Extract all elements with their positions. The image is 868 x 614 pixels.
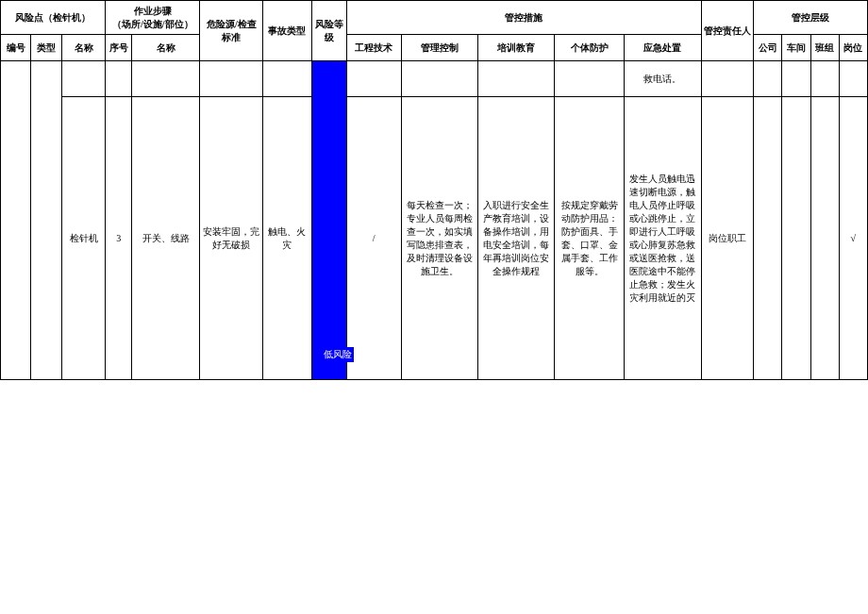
sh-lx: 类型	[31, 35, 61, 61]
d-bzu	[810, 97, 839, 380]
sh-bzu: 班组	[810, 35, 839, 61]
d-mc: 检针机	[61, 97, 105, 380]
h-responsible: 管控责任人	[701, 1, 754, 61]
c-gt	[555, 61, 625, 97]
c-lx	[31, 61, 61, 380]
c-bh	[1, 61, 31, 380]
sh-xh: 序号	[106, 35, 132, 61]
d-gw: √	[839, 97, 867, 380]
c-bzu	[810, 61, 839, 97]
h-accident: 事故类型	[263, 1, 311, 61]
h-hazard: 危险源/检查标准	[200, 1, 263, 61]
sh-gs: 公司	[754, 35, 782, 61]
c-gw	[839, 61, 867, 97]
cont-row: 救电话。	[1, 61, 868, 97]
h-control-level: 管控层级	[754, 1, 868, 35]
sh-gw: 岗位	[839, 35, 867, 61]
sh-bh: 编号	[1, 35, 31, 61]
d-gc: /	[346, 97, 401, 380]
header-row-1: 风险点（检针机） 作业步骤 （场所/设施/部位） 危险源/检查标准 事故类型 风…	[1, 1, 868, 35]
risk-level-label: 低风险	[322, 347, 354, 362]
c-sg	[263, 61, 311, 97]
d-px: 入职进行安全生产教育培训，设备操作培训，用电安全培训，每年再培训岗位安全操作规程	[477, 97, 554, 380]
c-fx	[311, 61, 346, 380]
d-zr: 岗位职工	[701, 97, 754, 380]
sh-yj: 应急处置	[625, 35, 701, 61]
d-gt: 按规定穿戴劳动防护用品：防护面具、手套、口罩、金属手套、工作服等。	[555, 97, 625, 380]
sh-px: 培训教育	[477, 35, 554, 61]
sh-cj: 车间	[782, 35, 810, 61]
h-risk-level: 风险等级	[311, 1, 346, 61]
d-yj: 发生人员触电迅速切断电源，触电人员停止呼吸或心跳停止，立即进行人工呼吸或心肺复苏…	[625, 97, 701, 380]
d-bz: 开关、线路	[132, 97, 200, 380]
c-cj	[782, 61, 810, 97]
sh-mc: 名称	[61, 35, 105, 61]
c-gs	[754, 61, 782, 97]
h-steps: 作业步骤 （场所/设施/部位）	[106, 1, 200, 35]
c-px	[477, 61, 554, 97]
c-xh	[106, 61, 132, 97]
d-gs	[754, 97, 782, 380]
d-xh: 3	[106, 97, 132, 380]
data-row: 检针机 3 开关、线路 安装牢固，完好无破损 触电、火灾 / 每天检查一次；专业…	[1, 97, 868, 380]
c-wx	[200, 61, 263, 97]
c-yj: 救电话。	[625, 61, 701, 97]
d-sg: 触电、火灾	[263, 97, 311, 380]
c-mc	[61, 61, 105, 97]
d-gl: 每天检查一次；专业人员每周检查一次，如实填写隐患排查表，及时清理设备设施卫生。	[401, 97, 477, 380]
d-wx: 安装牢固，完好无破损	[200, 97, 263, 380]
h-measures: 管控措施	[346, 1, 701, 35]
sh-bz: 名称	[132, 35, 200, 61]
c-gl	[401, 61, 477, 97]
risk-table: 风险点（检针机） 作业步骤 （场所/设施/部位） 危险源/检查标准 事故类型 风…	[0, 0, 868, 380]
sh-gc: 工程技术	[346, 35, 401, 61]
sh-gl: 管理控制	[401, 35, 477, 61]
h-risk-point: 风险点（检针机）	[1, 1, 106, 35]
c-zr	[701, 61, 754, 97]
d-cj	[782, 97, 810, 380]
sh-gt: 个体防护	[555, 35, 625, 61]
c-bz	[132, 61, 200, 97]
c-gc	[346, 61, 401, 97]
